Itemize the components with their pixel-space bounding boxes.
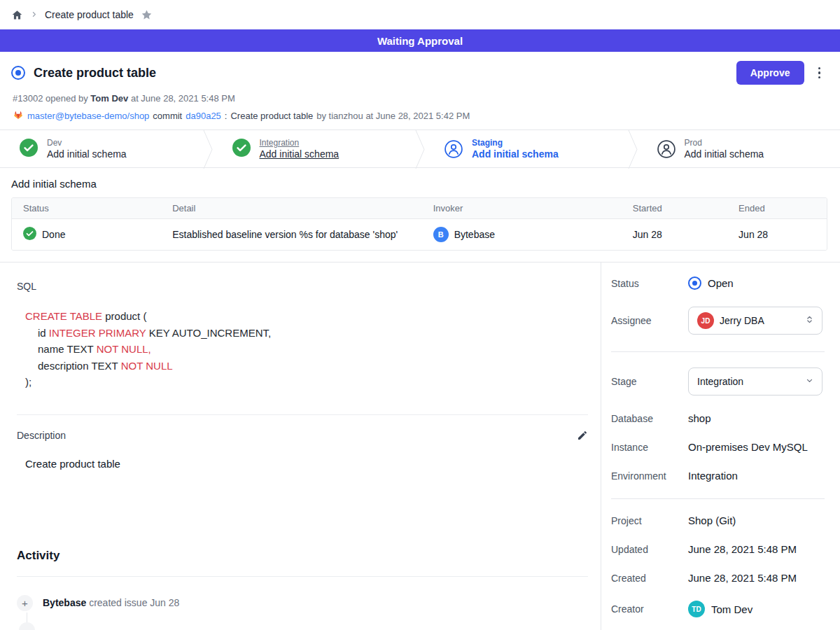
avatar: TD	[688, 601, 705, 617]
divider	[17, 576, 588, 577]
issue-opened-time: at June 28, 2021 5:48 PM	[131, 93, 235, 104]
issue-title: Create product table	[34, 66, 156, 80]
column-ended: Ended	[733, 198, 827, 218]
assignee-select[interactable]: JD Jerry DBA	[688, 307, 822, 335]
sql-token: );	[25, 376, 31, 388]
task-status: Done	[42, 229, 65, 240]
issue-body: SQL CREATE TABLE product ( id INTEGER PR…	[0, 262, 601, 630]
stage-staging[interactable]: Staging Add initial schema	[425, 130, 628, 167]
updated-value: June 28, 2021 5:48 PM	[688, 543, 797, 555]
issue-number: #13002 opened by	[13, 93, 88, 104]
approve-button[interactable]: Approve	[736, 61, 804, 85]
divider	[611, 498, 825, 499]
issue-author: Tom Dev	[90, 93, 128, 104]
more-menu-icon[interactable]	[816, 64, 824, 82]
sql-token: NOT NULL,	[97, 343, 151, 355]
gitlab-icon	[13, 109, 24, 122]
commit-byline: by tianzhou at June 28, 2021 5:42 PM	[316, 111, 470, 121]
check-circle-icon	[232, 139, 251, 160]
check-circle-icon	[20, 139, 38, 160]
database-value: shop	[688, 412, 711, 424]
chevron-down-icon	[804, 375, 815, 388]
sql-label: SQL	[17, 281, 588, 292]
sql-code: CREATE TABLE product ( id INTEGER PRIMAR…	[25, 308, 588, 391]
task-section: Add initial schema Status Detail Invoker…	[0, 168, 840, 262]
stage-task-label: Add initial schema	[685, 148, 764, 160]
stage-env-label: Prod	[685, 138, 764, 148]
column-invoker: Invoker	[428, 198, 627, 218]
person-circle-icon	[444, 140, 463, 158]
task-started: Jun 28	[627, 221, 733, 248]
column-started: Started	[627, 198, 733, 218]
sql-token: NOT NULL	[121, 360, 173, 372]
stage-separator	[628, 130, 638, 167]
stage-value: Integration	[697, 376, 799, 387]
task-table-header: Status Detail Invoker Started Ended	[12, 198, 827, 219]
instance-label: Instance	[611, 442, 688, 453]
task-detail: Established baseline version %s for data…	[167, 221, 427, 248]
issue-sidebar: Status Open Assignee JD Jerry DBA Stage …	[601, 262, 840, 630]
sql-token: product (	[102, 310, 146, 322]
stage-task-label: Add initial schema	[260, 148, 340, 160]
selector-icon	[804, 314, 815, 327]
breadcrumb: Create product table	[0, 0, 840, 29]
stage-integration[interactable]: Integration Add initial schema	[213, 130, 416, 167]
commit-message: Create product table	[230, 111, 313, 121]
issue-open-icon	[11, 66, 25, 80]
environment-value: Integration	[688, 470, 738, 482]
commit-hash-link[interactable]: da90a25	[186, 111, 221, 121]
project-value: Shop (Git)	[688, 514, 736, 526]
commit-line: master@bytebase-demo/shop commit da90a25…	[13, 109, 823, 122]
task-invoker: Bytebase	[454, 229, 495, 240]
home-icon[interactable]	[11, 9, 23, 21]
star-icon[interactable]	[141, 9, 153, 21]
commit-word: commit	[153, 111, 182, 121]
plus-icon: +	[17, 595, 33, 611]
sql-token: CREATE TABLE	[25, 310, 102, 322]
task-ended: Jun 28	[733, 221, 827, 248]
avatar: B	[433, 227, 449, 242]
creator-name: Tom Dev	[711, 603, 752, 615]
status-label: Status	[611, 278, 688, 289]
edit-pencil-icon[interactable]	[577, 430, 588, 441]
database-label: Database	[611, 413, 688, 424]
sql-token: name TEXT	[38, 343, 97, 355]
table-row[interactable]: Done Established baseline version %s for…	[12, 219, 827, 250]
assignee-name: Jerry DBA	[720, 315, 799, 326]
creator-label: Creator	[611, 603, 688, 615]
sql-token: INTEGER PRIMARY	[49, 327, 146, 339]
stage-prod[interactable]: Prod Add initial schema	[638, 130, 840, 167]
sql-token: description TEXT	[38, 360, 121, 372]
breadcrumb-title: Create product table	[45, 9, 134, 20]
updated-label: Updated	[611, 544, 688, 555]
sql-token: id	[38, 327, 49, 339]
stage-env-label: Staging	[472, 138, 559, 148]
task-section-title: Add initial schema	[11, 178, 827, 190]
task-table: Status Detail Invoker Started Ended Done…	[11, 197, 827, 251]
instance-value: On-premises Dev MySQL	[688, 441, 808, 453]
column-status: Status	[12, 198, 167, 218]
breadcrumb-chevron-icon	[30, 8, 38, 21]
stage-env-label: Dev	[47, 138, 127, 148]
status-open-icon	[688, 276, 701, 290]
stage-dev[interactable]: Dev Add initial schema	[0, 130, 203, 167]
divider	[17, 414, 588, 415]
stage-separator	[415, 130, 425, 167]
stage-env-label: Integration	[260, 138, 340, 148]
activity-action: created issue Jun 28	[89, 597, 179, 608]
created-value: June 28, 2021 5:48 PM	[688, 572, 797, 584]
description-label: Description	[17, 430, 577, 441]
person-circle-icon	[657, 140, 676, 158]
stage-label: Stage	[611, 376, 688, 387]
avatar: JD	[697, 312, 714, 329]
stage-separator	[203, 130, 213, 167]
stage-select[interactable]: Integration	[688, 368, 822, 396]
status-value: Open	[708, 277, 734, 289]
commit-branch-link[interactable]: master@bytebase-demo/shop	[27, 111, 149, 121]
environment-label: Environment	[611, 470, 688, 482]
column-detail: Detail	[167, 198, 427, 218]
activity-actor: Bytebase	[43, 597, 86, 608]
description-content: Create product table	[25, 458, 588, 470]
stage-task-label: Add initial schema	[47, 148, 127, 160]
issue-meta: #13002 opened by Tom Dev at June 28, 202…	[13, 93, 823, 104]
